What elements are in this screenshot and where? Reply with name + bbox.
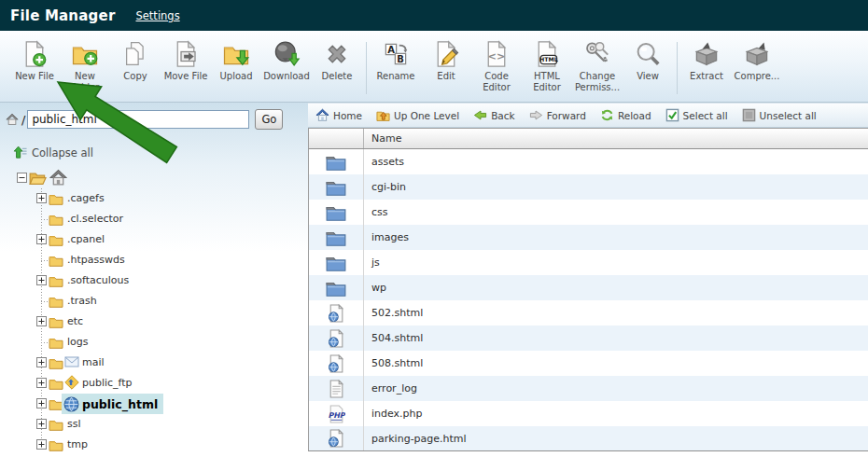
tree-item-public_html[interactable]: public_html bbox=[0, 394, 308, 414]
plus-box-icon[interactable] bbox=[36, 316, 47, 326]
tree-connector-stub bbox=[41, 219, 49, 220]
file-icon-cell bbox=[309, 174, 364, 200]
plus-box-icon[interactable] bbox=[36, 419, 47, 429]
plus-box-icon[interactable] bbox=[36, 275, 47, 285]
download-icon bbox=[273, 40, 301, 68]
tree-selection-highlight: public_html bbox=[62, 394, 163, 414]
plus-box-icon[interactable] bbox=[36, 439, 47, 450]
tree-item-label: mail bbox=[82, 356, 105, 368]
reload-icon bbox=[600, 108, 614, 122]
nav-select-all[interactable]: Select all bbox=[665, 108, 728, 122]
plus-box-icon[interactable] bbox=[36, 357, 47, 367]
toolbar-button-new-folder[interactable]: New Folder bbox=[60, 40, 110, 93]
collapse-all-button[interactable]: Collapse all bbox=[13, 145, 93, 159]
tree-item-etc[interactable]: etc bbox=[0, 312, 308, 332]
toolbar-button-delete[interactable]: Delete bbox=[312, 40, 362, 82]
file-row-images[interactable]: images bbox=[308, 225, 868, 250]
folder-small-icon bbox=[49, 417, 63, 432]
toolbar-button-change-permiss[interactable]: Change Permiss... bbox=[572, 40, 623, 93]
tree-item-label: .cl.selector bbox=[67, 213, 123, 225]
tree-item-dot-cpanel[interactable]: .cpanel bbox=[0, 229, 308, 250]
file-name: wp bbox=[364, 282, 386, 294]
toolbar-button-label: Copy bbox=[123, 71, 147, 82]
nav-up-one-level[interactable]: Up One Level bbox=[376, 108, 459, 122]
nav-forward[interactable]: Forward bbox=[529, 108, 586, 122]
file-row-508-shtml[interactable]: 508.shtml bbox=[308, 351, 868, 376]
tree-item-label: ssl bbox=[67, 418, 81, 430]
file-row-assets[interactable]: assets bbox=[308, 149, 868, 174]
file-row-js[interactable]: js bbox=[308, 250, 868, 275]
tree-item-mail[interactable]: mail bbox=[0, 353, 308, 373]
move-file-icon bbox=[172, 40, 200, 68]
view-icon bbox=[634, 40, 662, 68]
file-row-css[interactable]: css bbox=[308, 200, 868, 225]
toolbar-button-view[interactable]: View bbox=[623, 40, 673, 82]
go-button[interactable]: Go bbox=[255, 109, 283, 130]
nav-reload[interactable]: Reload bbox=[600, 108, 651, 122]
settings-link[interactable]: Settings bbox=[135, 9, 179, 22]
toolbar-button-upload[interactable]: Upload bbox=[211, 40, 261, 82]
svg-text:PHP: PHP bbox=[328, 411, 345, 420]
file-row-wp[interactable]: wp bbox=[308, 275, 868, 300]
file-row-504-shtml[interactable]: 504.shtml bbox=[308, 325, 868, 351]
tree-item-label: etc bbox=[67, 315, 83, 327]
toolbar-button-download[interactable]: Download bbox=[261, 40, 312, 82]
tree-item-dot-cagefs[interactable]: .cagefs bbox=[0, 188, 308, 209]
minus-box-icon[interactable] bbox=[17, 173, 27, 183]
name-column-header[interactable]: Name bbox=[364, 132, 401, 145]
nav-unselect-all[interactable]: Unselect all bbox=[742, 108, 817, 122]
file-icon-cell bbox=[309, 200, 364, 225]
file-icon-cell bbox=[309, 376, 364, 401]
nav-home[interactable]: Home bbox=[315, 108, 362, 122]
tree-connector-stub bbox=[41, 260, 49, 261]
toolbar-button-new-file[interactable]: New File bbox=[9, 40, 60, 82]
tree-item-logs[interactable]: logs bbox=[0, 332, 308, 353]
file-row-index-php[interactable]: PHPindex.php bbox=[308, 401, 868, 426]
toolbar-button-edit[interactable]: Edit bbox=[421, 40, 471, 82]
file-row-parking-page-html[interactable]: parking-page.html bbox=[308, 426, 868, 451]
php-file-icon: PHP bbox=[327, 405, 345, 423]
tree-item-dot-trash[interactable]: .trash bbox=[0, 291, 308, 312]
toolbar-button-extract[interactable]: Extract bbox=[681, 40, 732, 82]
svg-text:A: A bbox=[387, 45, 395, 55]
nav-label: Home bbox=[333, 110, 362, 121]
folder-small-icon bbox=[49, 191, 63, 206]
plus-box-icon[interactable] bbox=[36, 398, 47, 409]
html-editor-icon: HTML bbox=[533, 40, 561, 68]
toolbar-button-label: View bbox=[637, 71, 659, 82]
toolbar-button-html-editor[interactable]: HTMLHTML Editor bbox=[522, 40, 572, 93]
plus-box-icon[interactable] bbox=[36, 378, 47, 388]
tree-item-dot-htpasswds[interactable]: .htpasswds bbox=[0, 250, 308, 270]
file-row-cgi-bin[interactable]: cgi-bin bbox=[308, 174, 868, 200]
tree-item-dot-softaculous[interactable]: .softaculous bbox=[0, 270, 308, 291]
tree-item-label: .softaculous bbox=[67, 274, 129, 286]
file-row-502-shtml[interactable]: 502.shtml bbox=[308, 300, 868, 325]
toolbar-button-code-editor[interactable]: <>Code Editor bbox=[471, 40, 522, 93]
file-row-error-log[interactable]: error_log bbox=[308, 376, 868, 401]
folder-small-icon bbox=[49, 273, 63, 288]
folder-icon bbox=[326, 153, 346, 172]
nav-back[interactable]: Back bbox=[473, 108, 515, 122]
toolbar-button-label: Extract bbox=[690, 71, 723, 82]
path-input[interactable] bbox=[27, 110, 249, 129]
ftp-icon bbox=[64, 375, 79, 390]
toolbar-button-compre[interactable]: Compre... bbox=[732, 40, 782, 82]
file-icon-cell bbox=[309, 426, 364, 450]
toolbar-button-move-file[interactable]: Move File bbox=[161, 40, 211, 82]
tree-item-tmp[interactable]: tmp bbox=[0, 435, 308, 455]
tree-item-public_ftp[interactable]: public_ftp bbox=[0, 373, 308, 394]
home-gray-icon bbox=[49, 169, 67, 187]
file-nav-bar: HomeUp One LevelBackForwardReloadSelect … bbox=[308, 103, 868, 128]
tree-item-label: .htpasswds bbox=[67, 254, 125, 266]
tree-item-dot-cl.selector[interactable]: .cl.selector bbox=[0, 209, 308, 229]
change-permissions-icon bbox=[583, 40, 611, 68]
toolbar-button-copy[interactable]: Copy bbox=[110, 40, 161, 82]
path-root-prefix: / bbox=[21, 113, 25, 127]
tree-item-ssl[interactable]: ssl bbox=[0, 414, 308, 435]
toolbar-button-label: Move File bbox=[164, 71, 208, 82]
plus-box-icon[interactable] bbox=[36, 193, 47, 203]
plus-box-icon[interactable] bbox=[36, 234, 47, 244]
toolbar-button-rename[interactable]: ABRename bbox=[371, 40, 421, 82]
tree-root-item[interactable] bbox=[0, 168, 308, 188]
file-icon-cell bbox=[309, 325, 364, 351]
